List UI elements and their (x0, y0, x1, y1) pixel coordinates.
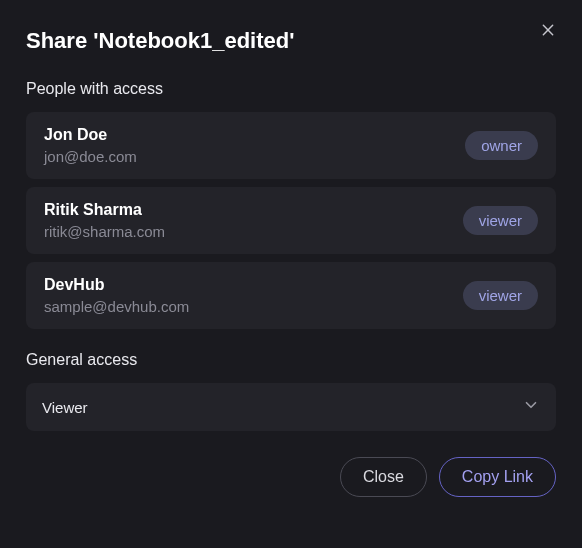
role-badge[interactable]: viewer (463, 206, 538, 235)
person-info: Ritik Sharma ritik@sharma.com (44, 201, 165, 240)
person-row: Jon Doe jon@doe.com owner (26, 112, 556, 179)
person-email: ritik@sharma.com (44, 223, 165, 240)
general-section-label: General access (26, 351, 556, 369)
close-icon (540, 22, 556, 42)
copy-link-button[interactable]: Copy Link (439, 457, 556, 497)
people-list: Jon Doe jon@doe.com owner Ritik Sharma r… (26, 112, 556, 329)
person-name: DevHub (44, 276, 189, 294)
chevron-down-icon (522, 396, 540, 418)
person-email: sample@devhub.com (44, 298, 189, 315)
person-name: Ritik Sharma (44, 201, 165, 219)
person-row: DevHub sample@devhub.com viewer (26, 262, 556, 329)
general-access-select[interactable]: Viewer (26, 383, 556, 431)
role-badge[interactable]: viewer (463, 281, 538, 310)
general-access-value: Viewer (42, 399, 88, 416)
person-name: Jon Doe (44, 126, 137, 144)
close-dialog-button[interactable]: Close (340, 457, 427, 497)
dialog-title: Share 'Notebook1_edited' (26, 28, 556, 54)
role-badge[interactable]: owner (465, 131, 538, 160)
person-row: Ritik Sharma ritik@sharma.com viewer (26, 187, 556, 254)
person-email: jon@doe.com (44, 148, 137, 165)
share-dialog: Share 'Notebook1_edited' People with acc… (0, 0, 582, 548)
person-info: Jon Doe jon@doe.com (44, 126, 137, 165)
person-info: DevHub sample@devhub.com (44, 276, 189, 315)
dialog-footer: Close Copy Link (26, 457, 556, 497)
close-button[interactable] (536, 20, 560, 44)
people-section-label: People with access (26, 80, 556, 98)
